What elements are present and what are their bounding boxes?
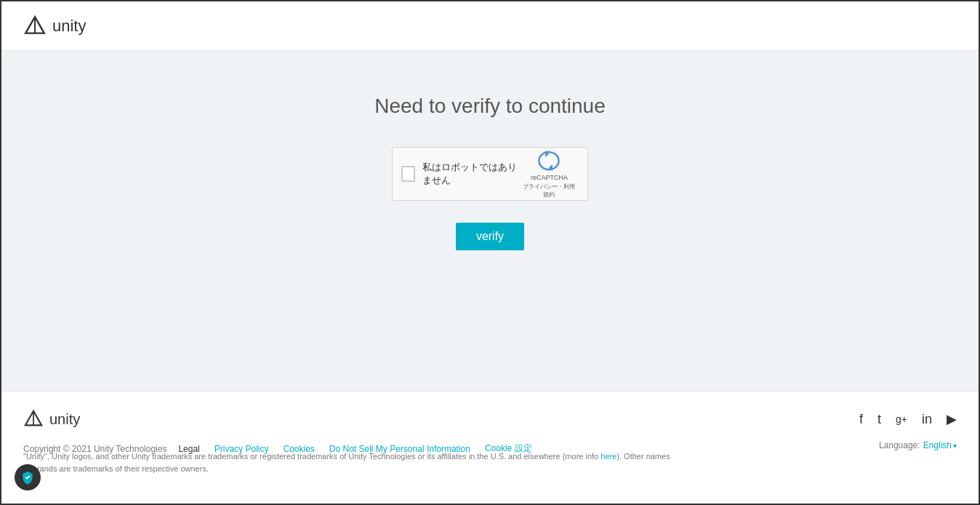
social-icons: f t g+ in ▶ — [859, 411, 957, 427]
footer: unity f t g+ in ▶ Copyright © 2021 Unity… — [1, 391, 979, 505]
shield-badge[interactable] — [15, 464, 41, 490]
header-logo-text: unity — [52, 17, 86, 36]
header-logo[interactable]: unity — [23, 15, 86, 38]
chevron-down-icon: ▾ — [953, 442, 957, 450]
footer-logo[interactable]: unity — [23, 409, 80, 429]
linkedin-icon[interactable]: in — [922, 412, 932, 427]
language-label: Language: — [879, 440, 920, 450]
recaptcha-right: reCAPTCHA プライバシー・利用規約 — [523, 149, 576, 199]
recaptcha-brand: reCAPTCHA — [531, 174, 568, 181]
footer-here-link[interactable]: here — [601, 452, 616, 461]
verify-button[interactable]: verify — [456, 223, 524, 250]
page-title: Need to verify to continue — [374, 95, 606, 118]
twitter-icon[interactable]: t — [877, 412, 881, 427]
footer-unity-logo-icon — [23, 409, 44, 429]
shield-icon — [20, 470, 35, 485]
main-content: Need to verify to continue 私はロボットではありません… — [1, 51, 979, 391]
youtube-icon[interactable]: ▶ — [947, 411, 957, 427]
header: unity — [1, 1, 979, 51]
recaptcha-left: 私はロボットではありません — [401, 161, 523, 187]
facebook-icon[interactable]: f — [859, 412, 863, 427]
recaptcha-links: プライバシー・利用規約 — [523, 183, 576, 199]
recaptcha-label: 私はロボットではありません — [422, 161, 523, 187]
language-selector[interactable]: English — [923, 440, 952, 450]
googleplus-icon[interactable]: g+ — [896, 413, 907, 425]
footer-disclaimer: "Unity", Unity logos, and other Unity tr… — [23, 450, 678, 474]
recaptcha-widget[interactable]: 私はロボットではありません reCAPTCHA プライバシー・利用規約 — [392, 147, 588, 201]
recaptcha-icon — [537, 149, 561, 172]
recaptcha-checkbox[interactable] — [401, 166, 415, 182]
unity-logo-icon — [23, 15, 47, 38]
footer-logo-text: unity — [49, 411, 80, 428]
footer-top: unity f t g+ in ▶ — [23, 409, 957, 429]
